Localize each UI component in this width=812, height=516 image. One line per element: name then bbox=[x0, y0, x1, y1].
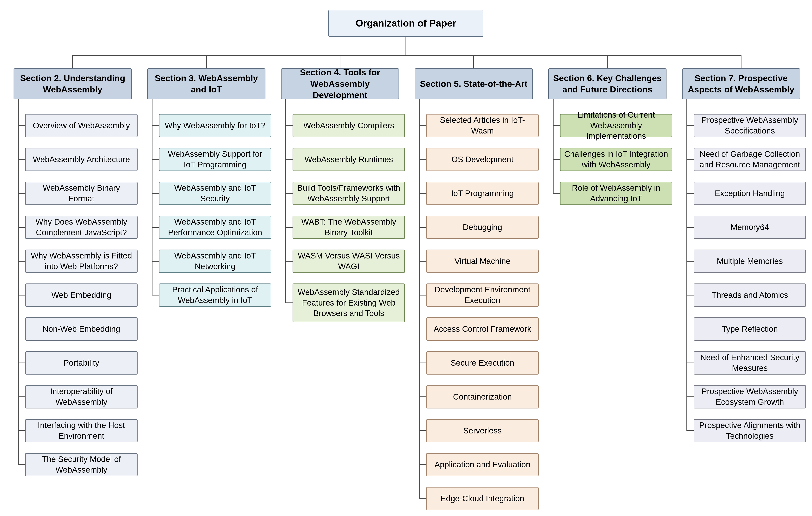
section-header: Section 7. Prospective Aspects of WebAss… bbox=[682, 68, 800, 99]
section-item: WebAssembly and IoT Performance Optimiza… bbox=[159, 216, 271, 239]
section-item: Memory64 bbox=[694, 216, 806, 239]
section-item: Application and Evaluation bbox=[426, 453, 539, 476]
section-item: Overview of WebAssembly bbox=[25, 114, 138, 137]
section-item: Interfacing with the Host Environment bbox=[25, 419, 138, 442]
section-item: Portability bbox=[25, 351, 138, 375]
section-item: Type Reflection bbox=[694, 317, 806, 341]
section-item: Why Does WebAssembly Complement JavaScri… bbox=[25, 216, 138, 239]
section-item: Why WebAssembly for IoT? bbox=[159, 114, 271, 137]
section-item: WABT: The WebAssembly Binary Toolkit bbox=[293, 216, 405, 239]
section-item: WebAssembly Standardized Features for Ex… bbox=[293, 284, 405, 322]
section-item: Web Embedding bbox=[25, 284, 138, 307]
section-header: Section 2. Understanding WebAssembly bbox=[13, 68, 132, 99]
section-item: WebAssembly Runtimes bbox=[293, 148, 405, 171]
section-item: Non-Web Embedding bbox=[25, 317, 138, 341]
section-item: WebAssembly Compilers bbox=[293, 114, 405, 137]
section-item: IoT Programming bbox=[426, 182, 539, 205]
section-item: WebAssembly and IoT Networking bbox=[159, 250, 271, 273]
section-item: The Security Model of WebAssembly bbox=[25, 453, 138, 476]
section-item: Need of Enhanced Security Measures bbox=[694, 351, 806, 375]
section-item: Challenges in IoT Integration with WebAs… bbox=[560, 148, 672, 171]
section-item: WebAssembly and IoT Security bbox=[159, 182, 271, 205]
section-item: Interoperability of WebAssembly bbox=[25, 385, 138, 408]
section-item: Practical Applications of WebAssembly in… bbox=[159, 284, 271, 307]
section-item: Serverless bbox=[426, 419, 539, 442]
section-item: WASM Versus WASI Versus WAGI bbox=[293, 250, 405, 273]
section-item: Need of Garbage Collection and Resource … bbox=[694, 148, 806, 171]
section-item: Development Environment Execution bbox=[426, 284, 539, 307]
section-item: Threads and Atomics bbox=[694, 284, 806, 307]
section-header: Section 4. Tools for WebAssembly Develop… bbox=[281, 68, 399, 99]
section-header: Section 3. WebAssembly and IoT bbox=[147, 68, 265, 99]
section-header: Section 5. State-of-the-Art bbox=[415, 68, 533, 99]
section-item: Prospective WebAssembly Specifications bbox=[694, 114, 806, 137]
section-item: OS Development bbox=[426, 148, 539, 171]
section-item: WebAssembly Support for IoT Programming bbox=[159, 148, 271, 171]
section-item: Role of WebAssembly in Advancing IoT bbox=[560, 182, 672, 205]
section-item: WebAssembly Architecture bbox=[25, 148, 138, 171]
section-item: Containerization bbox=[426, 385, 539, 408]
diagram-title: Organization of Paper bbox=[328, 10, 484, 37]
section-header: Section 6. Key Challenges and Future Dir… bbox=[548, 68, 667, 99]
section-item: Selected Articles in IoT-Wasm bbox=[426, 114, 539, 137]
section-item: Exception Handling bbox=[694, 182, 806, 205]
section-item: Multiple Memories bbox=[694, 250, 806, 273]
section-item: Prospective WebAssembly Ecosystem Growth bbox=[694, 385, 806, 408]
section-item: Debugging bbox=[426, 216, 539, 239]
section-item: Access Control Framework bbox=[426, 317, 539, 341]
section-item: Edge-Cloud Integration bbox=[426, 487, 539, 510]
section-item: Prospective Alignments with Technologies bbox=[694, 419, 806, 442]
section-item: Virtual Machine bbox=[426, 250, 539, 273]
section-item: WebAssembly Binary Format bbox=[25, 182, 138, 205]
section-item: Limitations of Current WebAssembly Imple… bbox=[560, 114, 672, 137]
section-item: Why WebAssembly is Fitted into Web Platf… bbox=[25, 250, 138, 273]
section-item: Secure Execution bbox=[426, 351, 539, 375]
section-item: Build Tools/Frameworks with WebAssembly … bbox=[293, 182, 405, 205]
